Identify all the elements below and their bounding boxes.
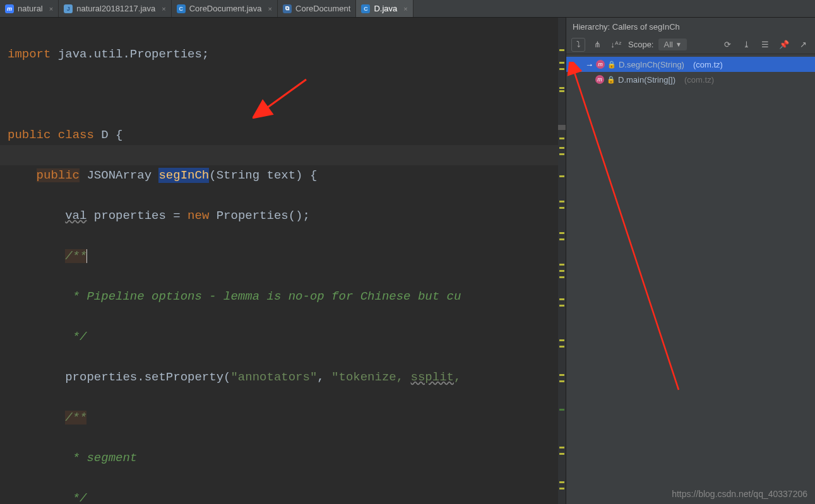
- expand-all-icon[interactable]: ☰: [758, 38, 772, 52]
- tab-label: CoreDocument.java: [189, 4, 262, 13]
- hierarchy-item-label: D.main(String[]): [618, 75, 675, 85]
- hierarchy-panel: Hierarchy: Callers of segInCh ⤵ ⋔ ↓ᴬᶻ Sc…: [566, 18, 815, 504]
- lock-icon: 🔒: [607, 76, 616, 84]
- hierarchy-toolbar: ⤵ ⋔ ↓ᴬᶻ Scope: All ▼ ⟳ ⤓ ☰ 📌 ↗: [566, 35, 815, 54]
- method-icon: m: [596, 60, 605, 69]
- editor-tabs: m natural × J natural20181217.java × C C…: [0, 0, 815, 18]
- kw-import: import: [8, 47, 51, 61]
- class-hierarchy-icon[interactable]: ⤵: [571, 38, 585, 52]
- sort-icon[interactable]: ↓ᴬᶻ: [609, 38, 623, 52]
- class-file-icon: C: [361, 4, 370, 13]
- method-icon: m: [595, 75, 604, 84]
- tab-label: D.java: [374, 4, 397, 13]
- external-icon[interactable]: ↗: [796, 38, 810, 52]
- hierarchy-tree: ▼ → m 🔒 D.segInCh(String) (com.tz) m 🔒 D…: [566, 54, 815, 504]
- tab-label: CoreDocument: [295, 4, 350, 13]
- code-area[interactable]: import java.util.Properties; public clas…: [0, 18, 566, 504]
- code-editor[interactable]: import java.util.Properties; public clas…: [0, 18, 566, 504]
- hierarchy-item-seginch[interactable]: ▼ → m 🔒 D.segInCh(String) (com.tz): [566, 57, 815, 72]
- kw-public: public: [8, 128, 51, 142]
- subtype-hierarchy-icon[interactable]: ⋔: [590, 38, 604, 52]
- java-file-icon: J: [64, 4, 73, 13]
- module-icon: m: [5, 4, 14, 13]
- autoscroll-icon[interactable]: ⤓: [739, 38, 753, 52]
- close-icon[interactable]: ×: [49, 5, 53, 13]
- scope-dropdown[interactable]: All ▼: [658, 38, 686, 50]
- hierarchy-title: Hierarchy: Callers of segInCh: [566, 18, 815, 35]
- hierarchy-item-label: D.segInCh(String): [619, 60, 684, 69]
- scope-label: Scope:: [628, 40, 653, 49]
- refresh-icon[interactable]: ⟳: [720, 38, 734, 52]
- close-icon[interactable]: ×: [162, 5, 165, 13]
- editor-markers[interactable]: [558, 18, 566, 504]
- class-file-icon: C: [177, 4, 186, 13]
- tab-d-java[interactable]: C D.java ×: [356, 0, 413, 17]
- tab-coredocument-java[interactable]: C CoreDocument.java ×: [172, 0, 278, 17]
- chevron-down-icon: ▼: [675, 41, 682, 48]
- pin-icon[interactable]: 📌: [777, 38, 791, 52]
- structure-icon: ⧉: [283, 4, 292, 13]
- watermark: https://blog.csdn.net/qq_40337206: [672, 489, 807, 499]
- hierarchy-item-pkg: (com.tz): [684, 75, 714, 85]
- expand-arrow-icon[interactable]: ▼: [570, 61, 576, 68]
- tab-natural20181217[interactable]: J natural20181217.java ×: [59, 0, 172, 17]
- lock-icon: 🔒: [607, 61, 616, 69]
- tab-coredocument-struct[interactable]: ⧉ CoreDocument: [278, 0, 356, 17]
- tab-label: natural: [18, 4, 43, 13]
- close-icon[interactable]: ×: [268, 5, 272, 13]
- tab-label: natural20181217.java: [76, 4, 155, 13]
- method-name-seginch: segInCh: [158, 168, 209, 183]
- tab-natural[interactable]: m natural ×: [0, 0, 59, 17]
- hierarchy-item-main[interactable]: m 🔒 D.main(String[]) (com.tz): [566, 72, 815, 87]
- hierarchy-item-pkg: (com.tz): [693, 60, 723, 69]
- close-icon[interactable]: ×: [403, 5, 407, 13]
